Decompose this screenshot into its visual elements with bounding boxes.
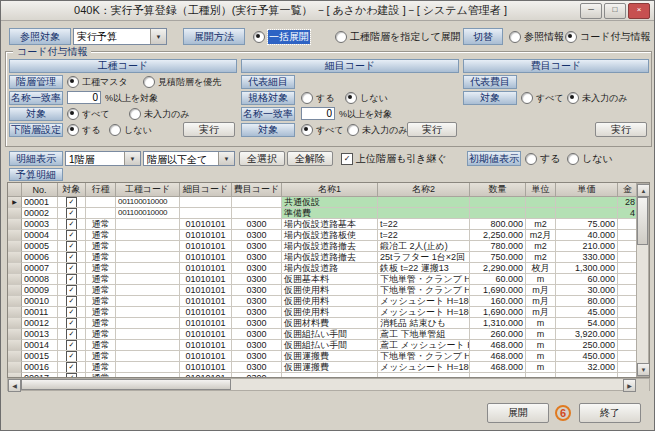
vertical-scrollbar[interactable]: ▲ ▼ (636, 183, 649, 377)
radio-initial-no[interactable]: しない (567, 152, 613, 166)
cell-hcode[interactable]: 0300 (232, 307, 282, 318)
cell-scode[interactable]: 01010101 (180, 263, 232, 274)
hierarchy-level-combo[interactable]: 1階層 ▼ (65, 151, 141, 166)
scroll-left-icon[interactable]: ◀ (8, 379, 21, 392)
cell-name2[interactable]: 鳶工 下地単管組 (378, 329, 470, 340)
column-header[interactable]: 対象 (58, 183, 86, 197)
cell-scode[interactable]: 01010101 (180, 362, 232, 373)
radio-expand-by-hierarchy[interactable]: 工種階層を指定して展開 (335, 30, 461, 44)
target-checkbox[interactable]: ✓ (58, 329, 86, 340)
radio-batch-expand[interactable]: 一括展開 (253, 30, 310, 44)
scroll-up-icon[interactable]: ▲ (637, 184, 650, 197)
detail-match-rate-input[interactable] (301, 107, 335, 120)
cell-extra[interactable]: 28 (618, 197, 638, 208)
radio-spec-no[interactable]: しない (345, 91, 388, 105)
cell-hcode[interactable]: 0300 (232, 296, 282, 307)
cell-unit[interactable]: 枚月 (526, 263, 556, 274)
cell-hcode[interactable]: 0300 (232, 241, 282, 252)
cell-name1[interactable]: 準備費 (282, 208, 378, 219)
close-button[interactable]: 終了 (579, 403, 641, 423)
cell-gyousyu[interactable] (86, 208, 116, 219)
maximize-button[interactable]: □ (604, 3, 626, 19)
row-selector[interactable] (8, 208, 22, 219)
cell-extra[interactable]: 4 (618, 208, 638, 219)
table-row[interactable]: 00016✓通常010101010300仮囲運搬費メッシュシート H=18004… (8, 362, 649, 373)
target-checkbox[interactable]: ✓ (58, 362, 86, 373)
cell-kcode[interactable] (116, 252, 180, 263)
cell-no[interactable]: 00011 (22, 307, 58, 318)
cell-name1[interactable]: 仮囲基本料 (282, 274, 378, 285)
cell-no[interactable]: 00008 (22, 274, 58, 285)
table-row[interactable]: 00006✓通常010101010300場内仮設道路撤去25tラフター 1台×2… (8, 252, 649, 263)
cell-extra[interactable] (618, 263, 638, 274)
cell-unit[interactable]: m月 (526, 285, 556, 296)
cell-extra[interactable] (618, 340, 638, 351)
cell-scode[interactable]: 01010101 (180, 219, 232, 230)
cell-qty[interactable] (470, 197, 526, 208)
cell-hcode[interactable]: 0300 (232, 329, 282, 340)
cell-hcode[interactable] (232, 197, 282, 208)
target-checkbox[interactable]: ✓ (58, 263, 86, 274)
cell-scode[interactable]: 01010101 (180, 318, 232, 329)
cell-qty[interactable] (470, 208, 526, 219)
radio-code-assign-info[interactable]: コード付与情報 (565, 30, 650, 44)
cell-unit[interactable]: m (526, 274, 556, 285)
cell-name1[interactable]: 仮囲組払い手間 (282, 340, 378, 351)
cell-gyousyu[interactable]: 通常 (86, 263, 116, 274)
cell-name2[interactable]: 鍛冶工 2人(止め) (378, 241, 470, 252)
cell-extra[interactable] (618, 219, 638, 230)
table-row[interactable]: 00012✓通常010101010300仮囲材料費消耗品 結束ひも1,310.0… (8, 318, 649, 329)
cell-name2[interactable] (378, 197, 470, 208)
cell-price[interactable]: 250.000 (556, 340, 618, 351)
cell-price[interactable]: 32.000 (556, 362, 618, 373)
cell-kcode[interactable] (116, 219, 180, 230)
cell-gyousyu[interactable]: 通常 (86, 274, 116, 285)
cell-scode[interactable]: 01010101 (180, 329, 232, 340)
row-selector[interactable] (8, 329, 22, 340)
cell-qty[interactable]: 2,250.000 (470, 230, 526, 241)
cell-extra[interactable] (618, 252, 638, 263)
cell-name1[interactable]: 仮囲使用料 (282, 296, 378, 307)
cell-gyousyu[interactable]: 通常 (86, 285, 116, 296)
row-selector[interactable] (8, 230, 22, 241)
radio-detail-empty-only[interactable]: 未入力のみ (347, 123, 407, 137)
cell-hcode[interactable] (232, 208, 282, 219)
cell-hcode[interactable]: 0300 (232, 340, 282, 351)
cell-kcode[interactable] (116, 296, 180, 307)
cell-qty[interactable]: 1,690.000 (470, 307, 526, 318)
cell-scode[interactable]: 01010101 (180, 351, 232, 362)
target-checkbox[interactable]: ✓ (58, 307, 86, 318)
cell-name1[interactable]: 仮囲使用料 (282, 285, 378, 296)
column-header[interactable]: 工種コード (116, 183, 180, 197)
cell-extra[interactable] (618, 274, 638, 285)
cell-gyousyu[interactable] (86, 197, 116, 208)
cell-name2[interactable]: t=22 (378, 219, 470, 230)
cell-extra[interactable] (618, 362, 638, 373)
cell-scode[interactable] (180, 208, 232, 219)
cell-hcode[interactable]: 0300 (232, 230, 282, 241)
column-header[interactable]: No. (22, 183, 58, 197)
cell-no[interactable]: 00010 (22, 296, 58, 307)
cell-no[interactable]: 00004 (22, 230, 58, 241)
cell-name2[interactable]: メッシュシート H=1800 (378, 307, 470, 318)
target-checkbox[interactable]: ✓ (58, 208, 86, 219)
target-checkbox[interactable]: ✓ (58, 296, 86, 307)
cell-unit[interactable]: m (526, 362, 556, 373)
cell-gyousyu[interactable]: 通常 (86, 318, 116, 329)
cell-scode[interactable]: 01010101 (180, 274, 232, 285)
cell-gyousyu[interactable]: 通常 (86, 241, 116, 252)
cell-gyousyu[interactable]: 通常 (86, 329, 116, 340)
radio-initial-yes[interactable]: する (525, 152, 560, 166)
column-header[interactable]: 費目コード (232, 183, 282, 197)
cell-name2[interactable]: 消耗品 結束ひも (378, 318, 470, 329)
table-row[interactable]: 00011✓通常010101010300仮囲使用料メッシュシート H=18001… (8, 307, 649, 318)
cell-price[interactable]: 80.000 (556, 296, 618, 307)
minimize-button[interactable]: ─ (580, 3, 602, 19)
cell-no[interactable]: 00006 (22, 252, 58, 263)
radio-worktype-all[interactable]: すべて (67, 107, 110, 121)
cell-price[interactable] (556, 208, 618, 219)
cell-name2[interactable]: 鳶工 メッシュシート H (378, 340, 470, 351)
cell-name2[interactable]: 25tラフター 1台×2回 (378, 252, 470, 263)
target-checkbox[interactable]: ✓ (58, 285, 86, 296)
cell-price[interactable]: 75.000 (556, 219, 618, 230)
